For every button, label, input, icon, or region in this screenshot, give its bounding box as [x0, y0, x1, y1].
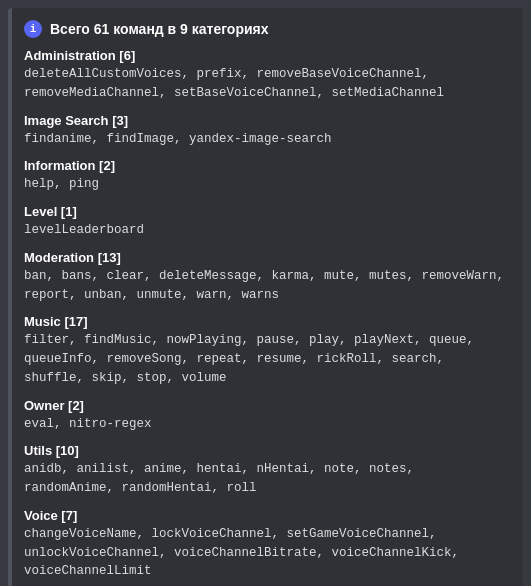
category-title-2: Information [2] [24, 158, 507, 173]
category-title-4: Moderation [13] [24, 250, 507, 265]
category-title-7: Utils [10] [24, 443, 507, 458]
info-icon: i [24, 20, 42, 38]
category-block-0: Administration [6]deleteAllCustomVoices,… [24, 48, 507, 103]
category-commands-3: levelLeaderboard [24, 221, 507, 240]
category-block-8: Voice [7]changeVoiceName, lockVoiceChann… [24, 508, 507, 581]
embed-title: Всего 61 команд в 9 категориях [50, 21, 269, 37]
category-title-8: Voice [7] [24, 508, 507, 523]
category-commands-1: findanime, findImage, yandex-image-searc… [24, 130, 507, 149]
category-block-1: Image Search [3]findanime, findImage, ya… [24, 113, 507, 149]
category-block-3: Level [1]levelLeaderboard [24, 204, 507, 240]
category-commands-0: deleteAllCustomVoices, prefix, removeBas… [24, 65, 507, 103]
category-block-2: Information [2]help, ping [24, 158, 507, 194]
category-commands-2: help, ping [24, 175, 507, 194]
category-commands-8: changeVoiceName, lockVoiceChannel, setGa… [24, 525, 507, 581]
embed-container: i Всего 61 команд в 9 категориях Adminis… [8, 8, 523, 586]
category-block-6: Owner [2]eval, nitro-regex [24, 398, 507, 434]
category-title-0: Administration [6] [24, 48, 507, 63]
category-commands-4: ban, bans, clear, deleteMessage, karma, … [24, 267, 507, 305]
category-title-3: Level [1] [24, 204, 507, 219]
category-title-6: Owner [2] [24, 398, 507, 413]
category-title-5: Music [17] [24, 314, 507, 329]
category-block-7: Utils [10]anidb, anilist, anime, hentai,… [24, 443, 507, 498]
category-commands-6: eval, nitro-regex [24, 415, 507, 434]
category-commands-7: anidb, anilist, anime, hentai, nHentai, … [24, 460, 507, 498]
category-title-1: Image Search [3] [24, 113, 507, 128]
category-block-4: Moderation [13]ban, bans, clear, deleteM… [24, 250, 507, 305]
categories-container: Administration [6]deleteAllCustomVoices,… [24, 48, 507, 581]
category-commands-5: filter, findMusic, nowPlaying, pause, pl… [24, 331, 507, 387]
embed-header: i Всего 61 команд в 9 категориях [24, 20, 507, 38]
category-block-5: Music [17]filter, findMusic, nowPlaying,… [24, 314, 507, 387]
